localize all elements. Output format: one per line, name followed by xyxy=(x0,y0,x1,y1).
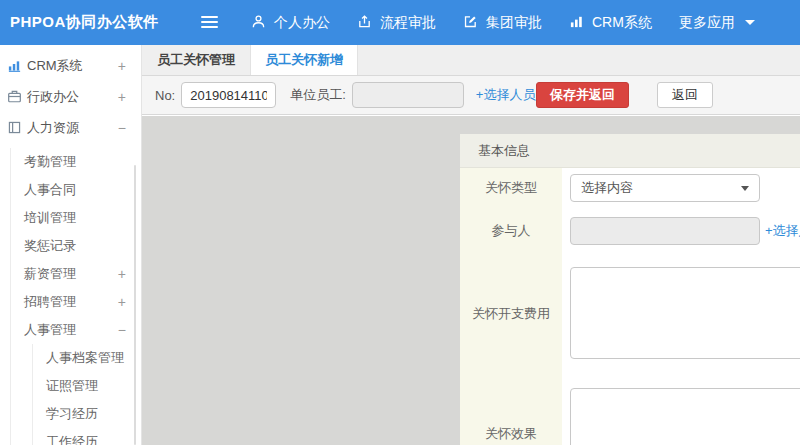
sidebar: CRM系统 + 行政办公 + 人力资源 − 考勤管理 人事合同 培训管理 奖惩记… xyxy=(0,45,142,445)
return-button[interactable]: 返回 xyxy=(657,82,713,108)
nav-item-label: 更多应用 xyxy=(679,14,735,32)
sidebar-item-label: 人事管理 xyxy=(24,322,76,337)
sidebar-item-label: CRM系统 xyxy=(27,57,83,75)
tab-employee-care-new[interactable]: 员工关怀新增 xyxy=(250,45,358,75)
nav-item-label: 流程审批 xyxy=(380,14,436,32)
no-label: No: xyxy=(155,88,175,103)
top-menu: 个人办公 流程审批 集团审批 CRM系统 更多应用 xyxy=(251,0,782,45)
care-type-label: 关怀类型 xyxy=(460,168,562,208)
expand-plus-icon[interactable]: + xyxy=(118,260,126,288)
sidebar-item-label: 学习经历 xyxy=(46,406,98,421)
save-and-return-button[interactable]: 保存并返回 xyxy=(536,82,629,108)
form-row-care-type: 关怀类型 选择内容 xyxy=(460,168,800,208)
main-area: 员工关怀管理 员工关怀新增 No: 单位员工: +选择人员 保存并返回 返回 基… xyxy=(142,45,800,445)
nav-item-label: 个人办公 xyxy=(274,14,330,32)
no-input[interactable] xyxy=(181,82,276,108)
sidebar-item-label: 考勤管理 xyxy=(24,154,76,169)
select-person-link[interactable]: +选择人员 xyxy=(476,86,536,104)
form-row-care-effect: 关怀效果 xyxy=(460,374,800,445)
bar-chart-icon xyxy=(569,14,584,32)
sidebar-scrollbar[interactable] xyxy=(134,165,136,445)
sidebar-item-personnel-archive[interactable]: 人事档案管理 xyxy=(33,344,141,372)
user-icon xyxy=(251,14,266,32)
tab-label: 员工关怀新增 xyxy=(265,51,343,69)
nav-item-more-apps[interactable]: 更多应用 xyxy=(679,14,755,32)
sidebar-submenu-hr: 考勤管理 人事合同 培训管理 奖惩记录 薪资管理+ 招聘管理+ 人事管理− 人事… xyxy=(10,148,141,445)
expand-plus-icon[interactable]: + xyxy=(118,89,126,105)
sidebar-item-certificate[interactable]: 证照管理 xyxy=(33,372,141,400)
tab-employee-care-management[interactable]: 员工关怀管理 xyxy=(142,45,250,75)
nav-item-workflow-approval[interactable]: 流程审批 xyxy=(357,14,436,32)
sidebar-item-label: 证照管理 xyxy=(46,378,98,393)
sidebar-item-salary[interactable]: 薪资管理+ xyxy=(11,260,141,288)
care-expense-textarea[interactable] xyxy=(570,267,800,359)
sidebar-item-hr[interactable]: 人力资源 − xyxy=(0,112,141,143)
participants-label: 参与人 xyxy=(460,208,562,253)
caret-down-icon xyxy=(741,186,749,191)
nav-item-crm-system[interactable]: CRM系统 xyxy=(569,14,652,32)
nav-item-personal-office[interactable]: 个人办公 xyxy=(251,14,330,32)
bar-chart-icon xyxy=(7,58,22,73)
sidebar-item-label: 薪资管理 xyxy=(24,266,76,281)
sidebar-item-label: 招聘管理 xyxy=(24,294,76,309)
sidebar-item-hr-contract[interactable]: 人事合同 xyxy=(11,176,141,204)
nav-item-label: CRM系统 xyxy=(592,14,652,32)
collapse-minus-icon[interactable]: − xyxy=(118,120,126,136)
top-navbar: PHPOA协同办公软件 个人办公 流程审批 集团审批 CRM系统 更多应用 xyxy=(0,0,800,45)
tab-label: 员工关怀管理 xyxy=(157,51,235,69)
hamburger-icon[interactable] xyxy=(201,16,218,29)
sidebar-item-label: 人事合同 xyxy=(24,182,76,197)
select-value: 选择内容 xyxy=(581,179,633,197)
sidebar-item-attendance[interactable]: 考勤管理 xyxy=(11,148,141,176)
care-effect-textarea[interactable] xyxy=(570,388,800,445)
care-type-select[interactable]: 选择内容 xyxy=(570,174,760,202)
sidebar-item-label: 培训管理 xyxy=(24,210,76,225)
sidebar-item-reward-punishment[interactable]: 奖惩记录 xyxy=(11,232,141,260)
care-effect-label: 关怀效果 xyxy=(460,374,562,445)
tab-bar: 员工关怀管理 员工关怀新增 xyxy=(142,45,800,76)
sidebar-item-education-history[interactable]: 学习经历 xyxy=(33,400,141,428)
care-expense-label: 关怀开支费用 xyxy=(460,253,562,374)
unit-employee-input[interactable] xyxy=(352,82,464,108)
upload-icon xyxy=(357,14,372,32)
select-participants-link[interactable]: +选择人员 xyxy=(765,222,800,240)
sidebar-item-label: 人事档案管理 xyxy=(46,350,124,365)
sidebar-item-personnel[interactable]: 人事管理− xyxy=(11,316,141,344)
sidebar-item-admin-office[interactable]: 行政办公 + xyxy=(0,81,141,112)
expand-plus-icon[interactable]: + xyxy=(118,58,126,74)
sidebar-item-label: 人力资源 xyxy=(27,119,79,137)
sidebar-item-work-history[interactable]: 工作经历 xyxy=(33,428,141,445)
app-logo: PHPOA协同办公软件 xyxy=(10,13,159,32)
unit-employee-label: 单位员工: xyxy=(290,86,346,104)
sidebar-menu: CRM系统 + 行政办公 + 人力资源 − 考勤管理 人事合同 培训管理 奖惩记… xyxy=(0,45,141,445)
sidebar-item-label: 奖惩记录 xyxy=(24,238,76,253)
collapse-minus-icon[interactable]: − xyxy=(118,316,126,344)
panel-header: 基本信息 xyxy=(460,134,800,168)
nav-item-group-approval[interactable]: 集团审批 xyxy=(463,14,542,32)
basic-info-panel: 基本信息 关怀类型 选择内容 参与人 +选择人员 关怀开支费用 xyxy=(460,134,800,445)
sidebar-item-label: 工作经历 xyxy=(46,434,98,445)
caret-down-icon xyxy=(745,20,755,25)
content-area: 基本信息 关怀类型 选择内容 参与人 +选择人员 关怀开支费用 xyxy=(142,116,800,445)
form-row-care-expense: 关怀开支费用 xyxy=(460,253,800,374)
sidebar-submenu-personnel: 人事档案管理 证照管理 学习经历 工作经历 xyxy=(32,344,141,445)
book-icon xyxy=(7,120,22,135)
sidebar-item-crm[interactable]: CRM系统 + xyxy=(0,50,141,81)
edit-square-icon xyxy=(463,14,478,32)
briefcase-icon xyxy=(7,89,22,104)
sidebar-item-training[interactable]: 培训管理 xyxy=(11,204,141,232)
expand-plus-icon[interactable]: + xyxy=(118,288,126,316)
sidebar-item-label: 行政办公 xyxy=(27,88,79,106)
sidebar-item-recruitment[interactable]: 招聘管理+ xyxy=(11,288,141,316)
toolbar: No: 单位员工: +选择人员 保存并返回 返回 xyxy=(142,76,800,115)
form-row-participants: 参与人 +选择人员 xyxy=(460,208,800,253)
nav-item-label: 集团审批 xyxy=(486,14,542,32)
participants-input[interactable] xyxy=(570,217,760,245)
